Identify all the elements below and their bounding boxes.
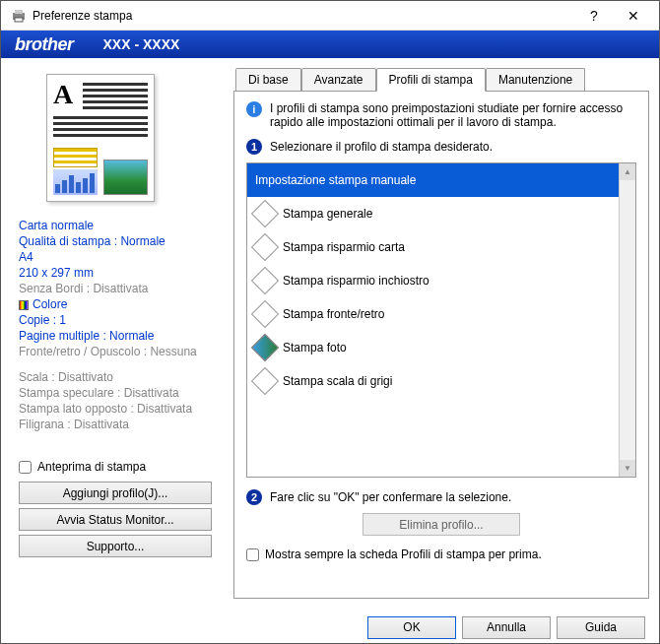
help-button[interactable]: ? — [574, 2, 614, 30]
help-button[interactable]: Guida — [557, 616, 645, 639]
ok-button[interactable]: OK — [367, 616, 456, 639]
setting-paper: Carta normale — [19, 218, 214, 233]
profile-item[interactable]: Stampa risparmio carta — [247, 230, 619, 264]
step-2-badge: 2 — [246, 489, 262, 505]
tab-manutenzione[interactable]: Manutenzione — [486, 68, 585, 91]
profile-icon — [251, 199, 279, 226]
profile-icon — [251, 333, 279, 360]
setting-watermark: Filigrana : Disattivata — [19, 417, 214, 432]
tab-avanzate[interactable]: Avanzate — [301, 68, 376, 91]
profile-item[interactable]: Stampa risparmio inchiostro — [247, 264, 619, 297]
setting-color: Colore — [33, 297, 67, 311]
setting-duplex: Fronte/retro / Opuscolo : Nessuna — [19, 344, 214, 359]
page-preview: A — [46, 74, 155, 202]
printer-icon — [11, 8, 27, 24]
status-monitor-button[interactable]: Avvia Status Monitor... — [19, 508, 212, 531]
tab-profili-di-stampa[interactable]: Profili di stampa — [376, 68, 486, 92]
setting-quality: Qualità di stampa : Normale — [19, 233, 214, 249]
profile-list[interactable]: Impostazione stampa manualeStampa genera… — [246, 162, 636, 478]
support-button[interactable]: Supporto... — [19, 535, 212, 557]
tab-di-base[interactable]: Di base — [235, 68, 301, 91]
setting-size-name: A4 — [19, 249, 214, 265]
profile-item[interactable]: Stampa foto — [247, 331, 619, 364]
svg-rect-1 — [15, 10, 23, 14]
setting-copies: Copie : 1 — [19, 312, 214, 328]
setting-size-dim: 210 x 297 mm — [19, 265, 214, 281]
profile-label: Impostazione stampa manuale — [255, 173, 416, 187]
profile-icon — [251, 299, 279, 327]
preview-checkbox[interactable] — [19, 461, 32, 474]
setting-borderless: Senza Bordi : Disattivata — [19, 281, 214, 296]
step-2-text: Fare clic su "OK" per confermare la sele… — [270, 490, 511, 504]
profile-label: Stampa foto — [283, 341, 347, 354]
profile-label: Stampa fronte/retro — [283, 307, 384, 321]
profile-label: Stampa scala di grigi — [283, 374, 392, 388]
step-1-text: Selezionare il profilo di stampa desider… — [270, 140, 493, 154]
profile-label: Stampa risparmio inchiostro — [283, 274, 429, 288]
current-settings: Carta normale Qualità di stampa : Normal… — [19, 218, 214, 432]
cancel-button[interactable]: Annulla — [462, 616, 551, 639]
delete-profile-button[interactable]: Elimina profilo... — [363, 513, 520, 536]
brand-logo: brother — [15, 34, 74, 55]
setting-multi: Pagine multiple : Normale — [19, 328, 214, 344]
profile-icon — [251, 366, 279, 394]
step-1-badge: 1 — [246, 139, 262, 155]
setting-mirror: Stampa speculare : Disattivata — [19, 385, 214, 401]
scroll-up-icon[interactable]: ▲ — [620, 163, 635, 180]
profile-item[interactable]: Stampa generale — [247, 197, 619, 230]
always-show-checkbox[interactable] — [246, 548, 259, 561]
setting-scale: Scala : Disattivato — [19, 369, 214, 385]
info-text: I profili di stampa sono preimpostazioni… — [270, 101, 636, 129]
preview-checkbox-label[interactable]: Anteprima di stampa — [19, 460, 214, 474]
profile-label: Stampa risparmio carta — [283, 240, 405, 254]
profile-item[interactable]: Stampa fronte/retro — [247, 297, 619, 331]
profile-icon — [251, 266, 279, 293]
profile-label: Stampa generale — [283, 207, 372, 221]
model-name: XXX - XXXX — [103, 36, 180, 52]
close-button[interactable]: ✕ — [614, 2, 653, 30]
profile-icon — [251, 232, 279, 260]
svg-rect-2 — [15, 18, 23, 22]
always-show-label[interactable]: Mostra sempre la scheda Profili di stamp… — [246, 547, 636, 561]
profile-item[interactable]: Impostazione stampa manuale — [247, 163, 619, 197]
window-title: Preferenze stampa — [33, 9, 574, 23]
info-icon: i — [246, 101, 262, 117]
setting-reverse: Stampa lato opposto : Disattivata — [19, 401, 214, 417]
color-swatch-icon — [19, 300, 29, 310]
profile-item[interactable]: Stampa scala di grigi — [247, 364, 619, 398]
add-profile-button[interactable]: Aggiungi profilo(J)... — [19, 482, 212, 504]
scroll-down-icon[interactable]: ▼ — [620, 460, 635, 477]
scrollbar[interactable]: ▲ ▼ — [619, 163, 635, 477]
